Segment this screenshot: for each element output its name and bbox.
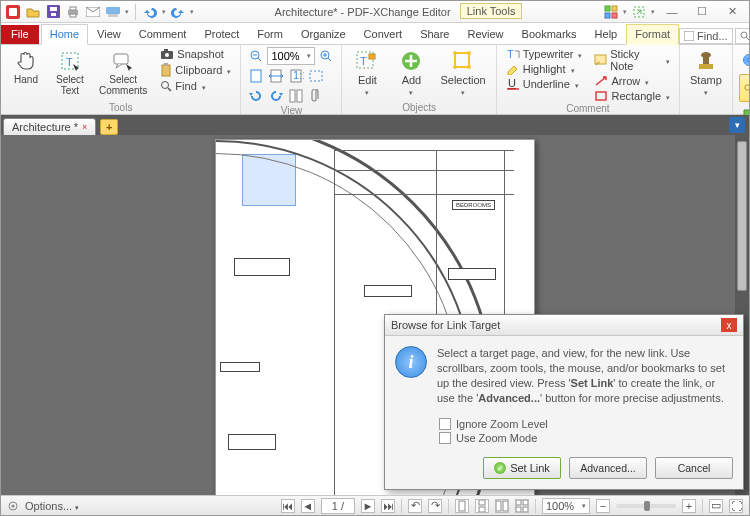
dialog-close-button[interactable]: x <box>721 318 737 332</box>
minimize-button[interactable]: — <box>659 4 685 20</box>
layout-two-icon[interactable] <box>495 499 509 513</box>
web-links-menu[interactable]: Web Links <box>739 47 750 73</box>
group-objects: TEdit▾ Add▾ Selection▾ Objects <box>342 45 496 114</box>
tab-organize[interactable]: Organize <box>292 24 355 44</box>
svg-rect-49 <box>699 64 713 69</box>
nav-last-icon[interactable]: ⏭ <box>381 499 395 513</box>
fit-page-icon[interactable] <box>247 67 265 85</box>
tab-comment[interactable]: Comment <box>130 24 196 44</box>
close-button[interactable]: ✕ <box>719 4 745 20</box>
status-zoom-value[interactable]: 100%▾ <box>542 498 590 514</box>
history-fwd-icon[interactable]: ↷ <box>428 499 442 513</box>
find-field[interactable]: Find... <box>679 28 733 44</box>
nav-next-icon[interactable]: ► <box>361 499 375 513</box>
split-icon[interactable] <box>287 87 305 105</box>
arrow-tool[interactable]: Arrow <box>591 74 673 88</box>
edit-menu[interactable]: TEdit▾ <box>348 47 386 99</box>
rotate-cw-icon[interactable] <box>267 87 285 105</box>
svg-rect-33 <box>310 71 322 81</box>
advanced-button[interactable]: Advanced... <box>569 457 647 479</box>
tab-view[interactable]: View <box>88 24 130 44</box>
tab-share[interactable]: Share <box>411 24 458 44</box>
tab-review[interactable]: Review <box>458 24 512 44</box>
svg-rect-13 <box>605 13 610 18</box>
svg-rect-34 <box>290 90 295 102</box>
mail-icon[interactable] <box>85 4 101 20</box>
svg-point-43 <box>453 65 457 69</box>
fit-width-icon[interactable] <box>267 67 285 85</box>
layout-single-icon[interactable] <box>455 499 469 513</box>
undo-icon[interactable] <box>142 4 158 20</box>
hand-tool[interactable]: Hand <box>7 47 45 87</box>
set-link-button[interactable]: ✓Set Link <box>483 457 561 479</box>
tab-home[interactable]: Home <box>41 24 88 45</box>
zoom-in-icon[interactable] <box>317 47 335 65</box>
ui-options-icon[interactable] <box>603 4 619 20</box>
select-comments-tool[interactable]: Select Comments <box>95 47 151 98</box>
history-back-icon[interactable]: ↶ <box>408 499 422 513</box>
sticky-note-tool[interactable]: Sticky Note <box>591 47 673 73</box>
use-zoom-mode-checkbox[interactable]: Use Zoom Mode <box>439 431 731 445</box>
launch-icon[interactable] <box>631 4 647 20</box>
tab-convert[interactable]: Convert <box>355 24 412 44</box>
open-icon[interactable] <box>25 4 41 20</box>
find-menu[interactable]: Find <box>157 79 234 93</box>
layout-cont-icon[interactable] <box>475 499 489 513</box>
zoom-slider[interactable] <box>616 504 676 508</box>
close-tab-icon[interactable]: × <box>82 122 87 132</box>
save-icon[interactable] <box>45 4 61 20</box>
add-menu[interactable]: Add▾ <box>392 47 430 99</box>
attachments-icon[interactable] <box>307 87 325 105</box>
redo-icon[interactable] <box>170 4 186 20</box>
status-bar: Options... ▾ ⏮ ◄ 1 / ► ⏭ ↶ ↷ 100%▾ − + ▭… <box>1 495 749 515</box>
svg-rect-63 <box>496 501 501 511</box>
zoom-out-icon[interactable] <box>247 47 265 65</box>
clipboard-menu[interactable]: Clipboard <box>157 62 234 78</box>
options-gear-icon[interactable] <box>7 500 19 512</box>
nav-first-icon[interactable]: ⏮ <box>281 499 295 513</box>
tab-bookmarks[interactable]: Bookmarks <box>513 24 586 44</box>
svg-text:T: T <box>360 55 367 67</box>
options-menu[interactable]: Options... ▾ <box>25 500 79 512</box>
file-tab[interactable]: File <box>1 25 39 44</box>
dialog-message: Select a target page, and view, for the … <box>437 346 731 405</box>
rotate-ccw-icon[interactable] <box>247 87 265 105</box>
tab-protect[interactable]: Protect <box>195 24 248 44</box>
tab-form[interactable]: Form <box>248 24 292 44</box>
maximize-button[interactable]: ☐ <box>689 4 715 20</box>
select-text-tool[interactable]: TSelect Text <box>51 47 89 98</box>
svg-rect-61 <box>479 500 485 505</box>
print-icon[interactable] <box>65 4 81 20</box>
underline-tool[interactable]: UUnderline <box>503 77 586 91</box>
zoom-in-button[interactable]: + <box>682 499 696 513</box>
scan-icon[interactable] <box>105 4 121 20</box>
dialog-titlebar[interactable]: Browse for Link Target x <box>385 315 743 336</box>
zoom-out-button[interactable]: − <box>596 499 610 513</box>
svg-point-41 <box>453 51 457 55</box>
cancel-button[interactable]: Cancel <box>655 457 733 479</box>
fullscreen-button[interactable]: ⛶ <box>729 499 743 513</box>
highlight-tool[interactable]: Highlight <box>503 62 586 76</box>
tab-help[interactable]: Help <box>586 24 627 44</box>
rectangle-tool[interactable]: Rectangle <box>591 89 673 103</box>
selection-menu[interactable]: Selection▾ <box>436 47 489 99</box>
new-tab-button[interactable]: + <box>100 119 118 135</box>
zoom-value[interactable]: 100%▾ <box>267 47 315 65</box>
search-field[interactable]: Search... <box>735 28 750 44</box>
fit-page-button[interactable]: ▭ <box>709 499 723 513</box>
tab-format[interactable]: Format <box>626 24 679 45</box>
zoom-marquee-icon[interactable] <box>307 67 325 85</box>
nav-prev-icon[interactable]: ◄ <box>301 499 315 513</box>
stamp-tool[interactable]: Stamp▾ <box>686 47 726 99</box>
svg-rect-2 <box>47 5 60 18</box>
snapshot-tool[interactable]: Snapshot <box>157 47 234 61</box>
create-link-button[interactable]: Create Link <box>739 74 750 102</box>
svg-rect-66 <box>523 500 528 505</box>
document-tab[interactable]: Architecture *× <box>3 118 96 135</box>
ignore-zoom-checkbox[interactable]: Ignore Zoom Level <box>439 417 731 431</box>
actual-size-icon[interactable]: 1:1 <box>287 67 305 85</box>
tabs-overflow-icon[interactable]: ▾ <box>729 117 745 133</box>
page-number-field[interactable]: 1 / <box>321 498 355 514</box>
typewriter-tool[interactable]: TTypewriter <box>503 47 586 61</box>
layout-two-cont-icon[interactable] <box>515 499 529 513</box>
